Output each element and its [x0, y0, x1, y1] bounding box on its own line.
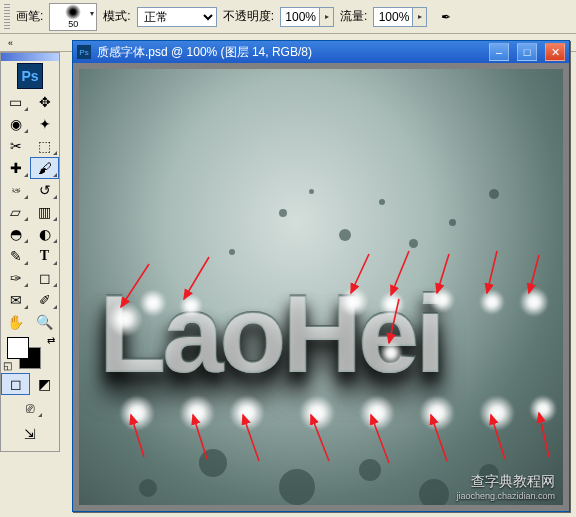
flow-label: 流量: [340, 8, 367, 25]
standard-mode-icon: ◻ [10, 376, 22, 392]
svg-line-4 [437, 254, 449, 293]
stamp-icon: ⎃ [12, 182, 20, 198]
svg-line-12 [371, 415, 389, 463]
lasso-tool[interactable]: ◉ [1, 113, 30, 135]
shape-tool[interactable]: ◻ [30, 267, 59, 289]
airbrush-toggle[interactable]: ✒ [433, 6, 459, 28]
brush-tool[interactable]: 🖌 [30, 157, 59, 179]
minimize-icon: – [496, 46, 502, 58]
mode-select[interactable]: 正常 [137, 7, 217, 27]
standard-mode-button[interactable]: ◻ [1, 373, 30, 395]
ps-file-icon: Ps [77, 45, 91, 59]
type-tool[interactable]: T [30, 245, 59, 267]
foreground-swatch[interactable] [7, 337, 29, 359]
heal-tool[interactable]: ✚ [1, 157, 30, 179]
slice-tool[interactable]: ⬚ [30, 135, 59, 157]
zoom-tool[interactable]: 🔍 [30, 311, 59, 333]
options-bar: 画笔: 50 ▾ 模式: 正常 不透明度: ▸ 流量: ▸ ✒ [0, 0, 576, 34]
chevron-right-icon: ▸ [418, 12, 422, 21]
path-icon: ✎ [10, 248, 22, 264]
brush-dot-icon [65, 4, 81, 20]
ps-logo-icon[interactable]: Ps [17, 63, 43, 89]
tools-palette: Ps ▭ ✥ ◉ ✦ ✂ ⬚ ✚ 🖌 ⎃ ↺ ▱ ▥ ◓ ◐ ✎ T ✑ ◻ ✉… [0, 52, 60, 452]
canvas[interactable]: LaoHei [79, 69, 563, 505]
gradient-icon: ▥ [38, 204, 51, 220]
svg-line-14 [491, 415, 505, 459]
svg-line-0 [121, 264, 149, 307]
dodge-tool[interactable]: ◐ [30, 223, 59, 245]
watermark: 查字典教程网 jiaocheng.chazidian.com [456, 473, 555, 501]
eraser-icon: ▱ [10, 204, 21, 220]
grip[interactable] [4, 4, 10, 30]
type-icon: T [40, 248, 49, 264]
svg-line-15 [539, 413, 549, 457]
blur-icon: ◓ [10, 226, 22, 242]
airbrush-icon: ✒ [441, 10, 451, 24]
eraser-tool[interactable]: ▱ [1, 201, 30, 223]
opacity-flyout-button[interactable]: ▸ [320, 7, 334, 27]
close-icon: ✕ [551, 46, 560, 59]
watermark-line1: 查字典教程网 [456, 473, 555, 491]
titlebar[interactable]: Ps 质感字体.psd @ 100% (图层 14, RGB/8) – □ ✕ [73, 41, 569, 63]
crop-icon: ✂ [10, 138, 22, 154]
quickmask-icon: ◩ [38, 376, 51, 392]
mode-label: 模式: [103, 8, 130, 25]
default-colors-icon[interactable]: ◱ [3, 360, 12, 371]
history-icon: ↺ [39, 182, 51, 198]
screen-mode-button[interactable]: ⎚ [16, 397, 44, 419]
eyedropper-tool[interactable]: ✐ [30, 289, 59, 311]
flow-flyout-button[interactable]: ▸ [413, 7, 427, 27]
slice-icon: ⬚ [38, 138, 51, 154]
canvas-area[interactable]: LaoHei [73, 63, 569, 511]
svg-line-2 [351, 254, 369, 293]
gradient-tool[interactable]: ▥ [30, 201, 59, 223]
color-swatches: ⇄ ◱ [1, 333, 59, 373]
tools-header[interactable] [1, 53, 59, 61]
quickmask-mode-button[interactable]: ◩ [30, 373, 59, 395]
annotation-arrows [79, 69, 563, 505]
svg-line-11 [311, 415, 329, 461]
path-select-tool[interactable]: ✎ [1, 245, 30, 267]
flow-input[interactable] [373, 7, 413, 27]
zoom-icon: 🔍 [36, 314, 53, 330]
hand-icon: ✋ [7, 314, 24, 330]
maximize-icon: □ [524, 46, 531, 58]
svg-line-13 [431, 415, 447, 461]
svg-line-9 [193, 415, 207, 459]
stamp-tool[interactable]: ⎃ [1, 179, 30, 201]
minimize-button[interactable]: – [489, 43, 509, 61]
blur-tool[interactable]: ◓ [1, 223, 30, 245]
svg-line-7 [389, 299, 399, 343]
hand-tool[interactable]: ✋ [1, 311, 30, 333]
close-button[interactable]: ✕ [545, 43, 565, 61]
pen-icon: ✑ [10, 270, 22, 286]
move-tool[interactable]: ✥ [30, 91, 59, 113]
svg-line-1 [184, 257, 209, 299]
wand-tool[interactable]: ✦ [30, 113, 59, 135]
brush-size-value: 50 [68, 20, 78, 29]
dodge-icon: ◐ [39, 226, 51, 242]
heal-icon: ✚ [10, 160, 22, 176]
svg-line-6 [529, 255, 539, 293]
crop-tool[interactable]: ✂ [1, 135, 30, 157]
brush-label: 画笔: [16, 8, 43, 25]
marquee-tool[interactable]: ▭ [1, 91, 30, 113]
brush-preset-picker[interactable]: 50 ▾ [49, 3, 97, 31]
maximize-button[interactable]: □ [517, 43, 537, 61]
watermark-line2: jiaocheng.chazidian.com [456, 491, 555, 501]
history-brush-tool[interactable]: ↺ [30, 179, 59, 201]
opacity-label: 不透明度: [223, 8, 274, 25]
swap-colors-icon[interactable]: ⇄ [47, 335, 55, 346]
title-text: 质感字体.psd @ 100% (图层 14, RGB/8) [97, 44, 312, 61]
chevron-down-icon: ▾ [90, 10, 94, 18]
shape-icon: ◻ [39, 270, 51, 286]
aux-chevrons-icon[interactable]: « [8, 38, 13, 48]
opacity-input[interactable] [280, 7, 320, 27]
svg-line-5 [487, 251, 497, 293]
jump-to-button[interactable]: ⇲ [14, 423, 46, 445]
pen-tool[interactable]: ✑ [1, 267, 30, 289]
notes-tool[interactable]: ✉ [1, 289, 30, 311]
jump-icon: ⇲ [24, 426, 36, 442]
lasso-icon: ◉ [10, 116, 22, 132]
eyedropper-icon: ✐ [39, 292, 51, 308]
